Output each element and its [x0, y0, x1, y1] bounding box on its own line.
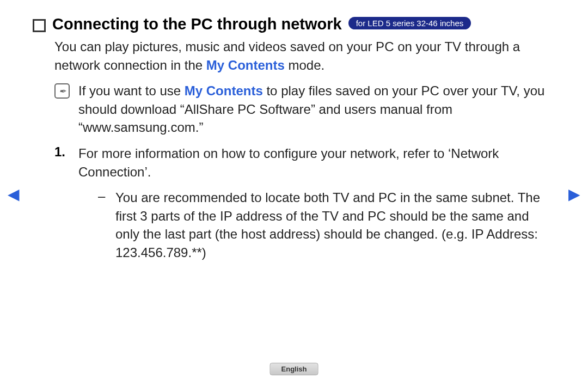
step-1-subitem: – You are recommended to locate both TV …	[98, 188, 555, 261]
note-icon: ✒	[54, 83, 70, 99]
note-row: ✒ If you want to use My Contents to play…	[54, 82, 555, 137]
dash-bullet: –	[98, 188, 115, 204]
page-content: Connecting to the PC through network for…	[0, 0, 588, 262]
mycontents-link: My Contents	[206, 58, 285, 72]
checkbox-icon	[33, 19, 46, 32]
note-prefix: If you want to use	[78, 83, 185, 98]
next-page-arrow[interactable]: ▶	[568, 185, 580, 203]
language-badge[interactable]: English	[270, 363, 318, 375]
intro-paragraph: You can play pictures, music and videos …	[54, 38, 555, 74]
page-title: Connecting to the PC through network	[52, 15, 342, 33]
model-badge: for LED 5 series 32-46 inches	[348, 17, 471, 29]
step-1-text: For more information on how to configure…	[78, 144, 555, 181]
note-text: If you want to use My Contents to play f…	[78, 82, 555, 137]
prev-page-arrow[interactable]: ◀	[8, 185, 20, 203]
heading-row: Connecting to the PC through network for…	[33, 15, 555, 33]
step-1: 1. For more information on how to config…	[54, 144, 555, 181]
step-number: 1.	[54, 144, 78, 160]
mycontents-link-2: My Contents	[185, 83, 263, 98]
intro-suffix: mode.	[285, 58, 324, 72]
subitem-text: You are recommended to locate both TV an…	[115, 188, 555, 261]
